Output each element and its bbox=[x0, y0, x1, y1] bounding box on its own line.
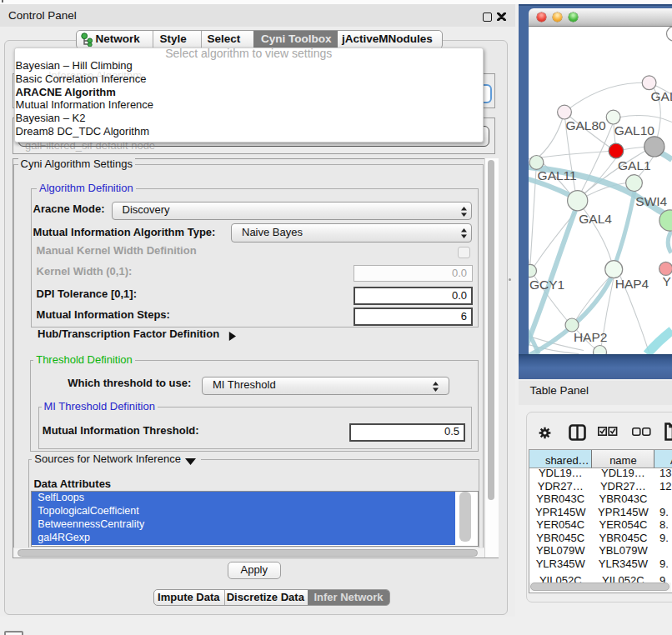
svg-text:HAP4: HAP4 bbox=[615, 276, 649, 290]
svg-text:HAP2: HAP2 bbox=[574, 329, 608, 343]
svg-text:GAL4: GAL4 bbox=[579, 211, 612, 225]
svg-text:GCY1: GCY1 bbox=[529, 277, 564, 291]
svg-text:Y: Y bbox=[663, 273, 671, 288]
svg-text:GAL80: GAL80 bbox=[565, 118, 606, 132]
svg-text:GAL1: GAL1 bbox=[618, 158, 651, 172]
svg-text:GAL11: GAL11 bbox=[538, 168, 577, 182]
svg-text:GAL: GAL bbox=[651, 89, 672, 103]
svg-text:SWI4: SWI4 bbox=[635, 193, 667, 208]
svg-text:GAL10: GAL10 bbox=[614, 123, 655, 138]
